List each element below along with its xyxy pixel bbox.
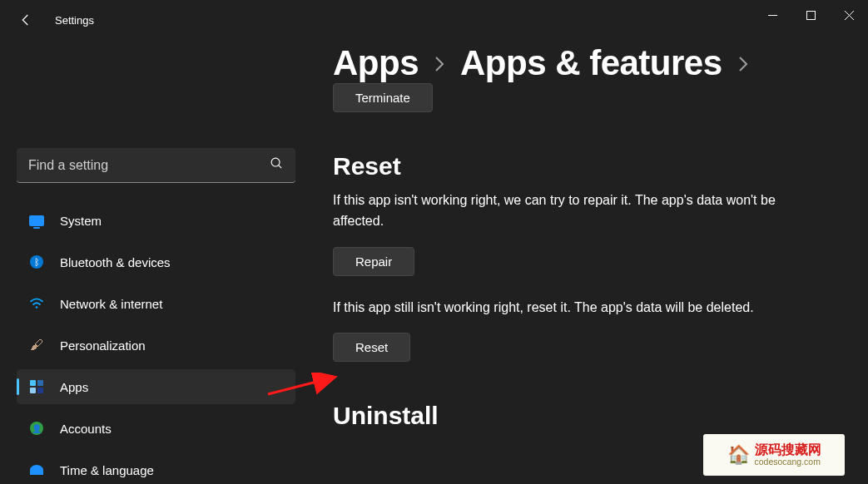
watermark-logo-icon: 🏠 <box>727 444 750 466</box>
maximize-button[interactable] <box>791 0 830 30</box>
sidebar-item-apps[interactable]: Apps <box>17 369 295 404</box>
sidebar-item-label: Network & internet <box>60 297 162 311</box>
reset-description: If this app still isn't working right, r… <box>333 298 799 319</box>
brush-icon: 🖌 <box>28 337 45 353</box>
scroll-area[interactable]: Terminate Reset If this app isn't workin… <box>333 83 857 430</box>
monitor-icon <box>28 212 45 229</box>
reset-button[interactable]: Reset <box>333 333 410 362</box>
titlebar: Settings <box>0 0 868 40</box>
sidebar-item-personalization[interactable]: 🖌 Personalization <box>17 328 295 363</box>
accounts-icon: 👤 <box>28 420 45 437</box>
reset-heading: Reset <box>333 152 857 180</box>
app-title: Settings <box>55 14 94 27</box>
uninstall-heading: Uninstall <box>333 402 857 430</box>
repair-button[interactable]: Repair <box>333 247 414 276</box>
sidebar-item-label: System <box>60 214 102 228</box>
back-button[interactable] <box>12 6 40 34</box>
globe-icon <box>28 462 45 478</box>
sidebar-item-label: Accounts <box>60 422 112 436</box>
breadcrumb: Apps Apps & features <box>333 43 857 83</box>
sidebar-item-label: Time & language <box>60 463 154 477</box>
sidebar: System ᛒ Bluetooth & devices Network & i… <box>0 50 300 484</box>
window-controls <box>753 0 868 30</box>
sidebar-item-time[interactable]: Time & language <box>17 452 295 484</box>
svg-point-6 <box>36 306 38 309</box>
sidebar-item-label: Personalization <box>60 338 146 353</box>
wifi-icon <box>28 295 45 312</box>
terminate-button[interactable]: Terminate <box>333 83 433 112</box>
watermark: 🏠 源码搜藏网 codesocang.com <box>703 434 845 476</box>
svg-point-4 <box>271 158 280 166</box>
sidebar-item-network[interactable]: Network & internet <box>17 286 295 321</box>
sidebar-item-bluetooth[interactable]: ᛒ Bluetooth & devices <box>17 244 295 279</box>
watermark-url: codesocang.com <box>755 457 821 467</box>
minimize-button[interactable] <box>753 0 791 30</box>
nav-list: System ᛒ Bluetooth & devices Network & i… <box>17 203 295 484</box>
sidebar-item-accounts[interactable]: 👤 Accounts <box>17 411 295 446</box>
close-button[interactable] <box>830 0 868 30</box>
chevron-right-icon <box>737 55 749 78</box>
repair-description: If this app isn't working right, we can … <box>333 190 799 232</box>
svg-line-5 <box>279 165 282 169</box>
breadcrumb-item-apps-features[interactable]: Apps & features <box>460 43 722 83</box>
svg-rect-1 <box>806 11 815 19</box>
watermark-title: 源码搜藏网 <box>755 443 821 457</box>
chevron-right-icon <box>434 55 445 78</box>
apps-icon <box>28 378 45 395</box>
search-icon <box>270 156 284 174</box>
search-box[interactable] <box>17 148 295 183</box>
sidebar-item-label: Apps <box>60 380 88 394</box>
search-input[interactable] <box>28 158 245 173</box>
sidebar-item-label: Bluetooth & devices <box>60 255 171 269</box>
content-area: Apps Apps & features Terminate Reset If … <box>333 43 857 484</box>
bluetooth-icon: ᛒ <box>28 254 45 270</box>
sidebar-item-system[interactable]: System <box>17 203 295 238</box>
breadcrumb-item-apps[interactable]: Apps <box>333 43 419 83</box>
